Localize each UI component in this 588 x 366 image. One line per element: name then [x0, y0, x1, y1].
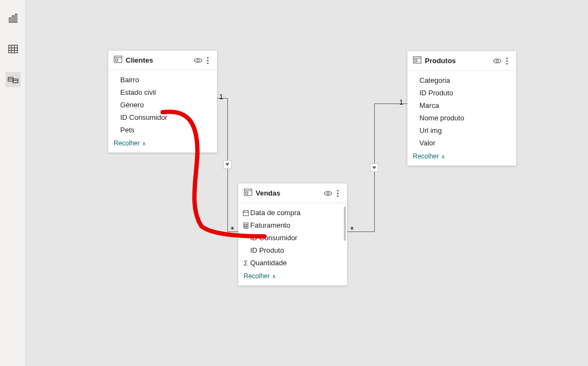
svg-point-41	[506, 63, 507, 64]
table-vendas[interactable]: Vendas Data de compra Faturamento ID Con…	[238, 184, 347, 285]
table-icon	[413, 56, 422, 66]
svg-point-18	[207, 63, 208, 64]
sigma-icon	[242, 260, 250, 266]
field-genero[interactable]: Género	[108, 99, 217, 111]
visibility-toggle-icon[interactable]	[492, 56, 502, 66]
table-clientes[interactable]: Clientes Bairro Estado civil Género ID C…	[108, 51, 217, 152]
collapse-link[interactable]: Recolher∧	[238, 269, 347, 285]
svg-rect-26	[243, 211, 249, 216]
chevron-up-icon: ∧	[142, 141, 146, 147]
model-canvas[interactable]: Clientes Bairro Estado civil Género ID C…	[26, 0, 588, 366]
nav-report-view[interactable]	[5, 11, 21, 26]
field-nome-produto[interactable]: Nome produto	[407, 112, 516, 124]
field-bairro[interactable]: Bairro	[108, 74, 217, 86]
cardinality-many: *	[231, 225, 234, 235]
collapse-link[interactable]: Recolher∧	[108, 136, 217, 152]
field-pets[interactable]: Pets	[108, 124, 217, 136]
table-header[interactable]: Produtos	[407, 51, 516, 71]
filter-direction-icon[interactable]	[370, 163, 379, 172]
table-icon	[244, 188, 252, 198]
field-id-produto[interactable]: ID Produto	[407, 87, 516, 99]
svg-rect-37	[415, 60, 417, 62]
field-estado-civil[interactable]: Estado civil	[108, 86, 217, 99]
table-title: Vendas	[256, 189, 323, 197]
chevron-up-icon: ∧	[441, 154, 445, 160]
table-header[interactable]: Vendas	[238, 184, 347, 203]
svg-point-15	[197, 59, 199, 61]
svg-point-17	[207, 60, 208, 61]
svg-rect-3	[9, 45, 17, 53]
cardinality-one: 1	[399, 98, 403, 106]
svg-point-23	[337, 190, 338, 191]
table-field-list: Categoria ID Produto Marca Nome produto …	[407, 71, 516, 166]
left-nav-bar	[0, 0, 26, 366]
collapse-link[interactable]: Recolher∧	[407, 149, 516, 166]
visibility-toggle-icon[interactable]	[323, 188, 333, 198]
field-valor[interactable]: Valor	[407, 137, 516, 149]
calculator-icon	[242, 222, 250, 229]
field-marca[interactable]: Marca	[407, 99, 516, 112]
svg-point-24	[337, 193, 338, 194]
field-id-consumidor[interactable]: ID Consumidor	[238, 231, 347, 244]
field-categoria[interactable]: Categoria	[407, 74, 516, 87]
table-field-list: Data de compra Faturamento ID Consumidor…	[238, 203, 347, 285]
svg-point-39	[506, 58, 507, 59]
table-title: Clientes	[126, 56, 193, 64]
svg-rect-30	[244, 223, 248, 228]
table-produtos[interactable]: Produtos Categoria ID Produto Marca Nome…	[407, 51, 516, 166]
svg-point-16	[207, 57, 208, 58]
svg-point-40	[506, 60, 507, 62]
filter-direction-icon[interactable]	[223, 160, 232, 169]
more-options-icon[interactable]	[502, 56, 512, 66]
field-id-produto[interactable]: ID Produto	[238, 244, 347, 257]
svg-rect-21	[246, 192, 248, 194]
scrollbar[interactable]	[344, 206, 346, 269]
table-header[interactable]: Clientes	[108, 51, 217, 70]
svg-point-25	[337, 196, 338, 197]
cardinality-many: *	[350, 225, 354, 235]
svg-rect-0	[9, 18, 11, 22]
field-id-consumidor[interactable]: ID Consumidor	[108, 111, 217, 124]
calendar-icon	[242, 210, 250, 216]
svg-rect-1	[12, 16, 14, 22]
nav-data-view[interactable]	[5, 41, 21, 57]
svg-point-38	[496, 59, 498, 62]
field-quantidade[interactable]: Quantidade	[238, 257, 347, 269]
svg-rect-2	[15, 14, 17, 22]
field-url-img[interactable]: Url img	[407, 124, 516, 137]
nav-model-view[interactable]	[5, 72, 21, 87]
svg-point-22	[327, 192, 329, 194]
visibility-toggle-icon[interactable]	[193, 56, 203, 65]
more-options-icon[interactable]	[203, 56, 213, 65]
table-icon	[114, 55, 122, 65]
field-data-de-compra[interactable]: Data de compra	[238, 206, 347, 219]
chevron-up-icon: ∧	[272, 273, 276, 279]
svg-rect-14	[116, 59, 118, 62]
cardinality-one: 1	[219, 93, 223, 101]
table-field-list: Bairro Estado civil Género ID Consumidor…	[108, 70, 217, 152]
field-faturamento[interactable]: Faturamento	[238, 219, 347, 231]
more-options-icon[interactable]	[333, 188, 343, 198]
table-title: Produtos	[425, 57, 492, 65]
